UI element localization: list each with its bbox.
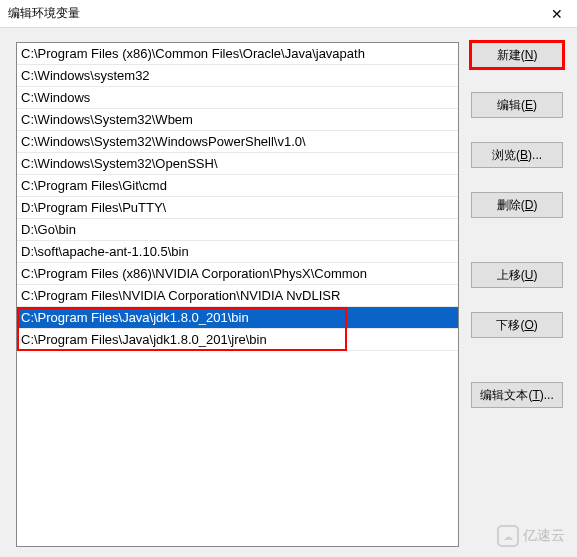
path-item[interactable]: C:\Program Files\NVIDIA Corporation\NVID…	[17, 285, 458, 307]
path-item[interactable]: C:\Program Files\Git\cmd	[17, 175, 458, 197]
path-item[interactable]: D:\soft\apache-ant-1.10.5\bin	[17, 241, 458, 263]
window-title: 编辑环境变量	[8, 5, 80, 22]
edit-button[interactable]: 编辑(E)	[471, 92, 563, 118]
browse-button[interactable]: 浏览(B)...	[471, 142, 563, 168]
button-column: 新建(N) 编辑(E) 浏览(B)... 删除(D) 上移(U) 下移(O) 编…	[471, 42, 563, 543]
path-item[interactable]: C:\Program Files (x86)\NVIDIA Corporatio…	[17, 263, 458, 285]
edit-text-button[interactable]: 编辑文本(T)...	[471, 382, 563, 408]
new-button[interactable]: 新建(N)	[471, 42, 563, 68]
path-item[interactable]: C:\Windows\system32	[17, 65, 458, 87]
path-item[interactable]: D:\Go\bin	[17, 219, 458, 241]
move-up-button[interactable]: 上移(U)	[471, 262, 563, 288]
path-item[interactable]: C:\Windows	[17, 87, 458, 109]
title-bar: 编辑环境变量 ✕	[0, 0, 577, 28]
path-item[interactable]: C:\Program Files (x86)\Common Files\Orac…	[17, 43, 458, 65]
move-down-button[interactable]: 下移(O)	[471, 312, 563, 338]
close-icon: ✕	[551, 6, 563, 22]
delete-button[interactable]: 删除(D)	[471, 192, 563, 218]
path-item[interactable]: C:\Windows\System32\OpenSSH\	[17, 153, 458, 175]
path-list[interactable]: C:\Program Files (x86)\Common Files\Orac…	[16, 42, 459, 547]
path-item[interactable]: C:\Windows\System32\Wbem	[17, 109, 458, 131]
dialog-content: C:\Program Files (x86)\Common Files\Orac…	[0, 28, 577, 557]
path-item[interactable]: C:\Program Files\Java\jdk1.8.0_201\jre\b…	[17, 329, 458, 351]
close-button[interactable]: ✕	[537, 0, 577, 28]
path-item[interactable]: C:\Program Files\Java\jdk1.8.0_201\bin	[17, 307, 458, 329]
path-item[interactable]: C:\Windows\System32\WindowsPowerShell\v1…	[17, 131, 458, 153]
path-item[interactable]: D:\Program Files\PuTTY\	[17, 197, 458, 219]
